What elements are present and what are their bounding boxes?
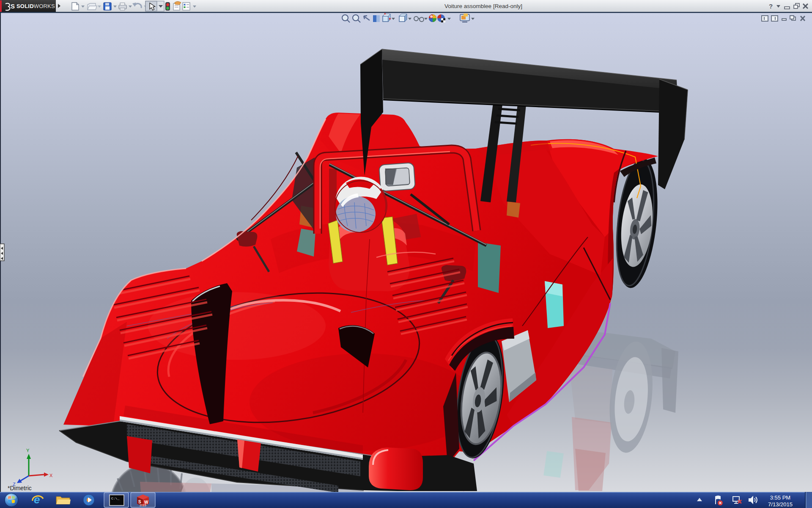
svg-text:2015: 2015 bbox=[140, 504, 146, 507]
svg-text:3:55 PM: 3:55 PM bbox=[770, 494, 790, 501]
svg-text:S: S bbox=[11, 3, 15, 10]
svg-text:C:\_: C:\_ bbox=[111, 497, 119, 500]
svg-text:Y: Y bbox=[26, 448, 30, 453]
svg-text:e: e bbox=[34, 493, 40, 506]
svg-text:7/13/2015: 7/13/2015 bbox=[768, 501, 793, 508]
svg-text:*Dimetric: *Dimetric bbox=[8, 485, 32, 491]
svg-text:?: ? bbox=[769, 3, 773, 10]
svg-text:X: X bbox=[49, 473, 53, 478]
svg-text:SOLIDWORKS: SOLIDWORKS bbox=[16, 3, 55, 9]
svg-text:Voiture assomblee [Read-only]: Voiture assomblee [Read-only] bbox=[444, 3, 522, 9]
